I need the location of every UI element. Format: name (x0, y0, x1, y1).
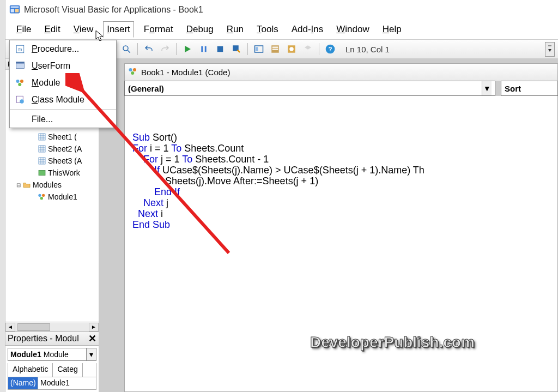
properties-object-type: Module (44, 350, 69, 359)
insert-menu-module[interactable]: Module (10, 74, 116, 91)
chevron-down-icon[interactable]: ▾ (86, 348, 96, 360)
cursor-icon (95, 30, 105, 42)
pause-icon[interactable] (197, 43, 210, 56)
menu-item-icon (13, 94, 27, 106)
insert-menu-dropdown: fnProcedure...UserFormModuleClass Module… (9, 40, 117, 128)
menu-run[interactable]: Run (223, 22, 247, 37)
menu-item-label: Class Module (32, 95, 84, 105)
svg-text:fn: fn (19, 47, 22, 52)
menu-item-label: Module (32, 78, 60, 88)
insert-menu-userform[interactable]: UserForm (10, 57, 116, 74)
tab-categorized[interactable]: Categ (53, 363, 82, 377)
svg-rect-22 (39, 134, 45, 140)
toolbar-dropdown-arrow[interactable] (545, 42, 555, 57)
svg-point-50 (18, 83, 21, 86)
svg-rect-7 (201, 46, 203, 52)
code-line: For i = 1 To Sheets.Count (132, 143, 557, 154)
svg-rect-3 (15, 9, 19, 12)
code-line: Next i (132, 208, 557, 219)
code-line: End Sub (132, 219, 557, 230)
tree-item-label: Sheet3 (A (48, 156, 82, 165)
menu-view[interactable]: View (70, 22, 97, 37)
scroll-left-arrow[interactable]: ◄ (5, 323, 15, 331)
menu-insert[interactable]: Insert (103, 21, 134, 38)
svg-point-41 (129, 68, 132, 71)
properties-tabs: Alphabetic Categ (8, 363, 96, 377)
help-icon[interactable]: ? (324, 43, 337, 56)
app-title: Microsoft Visual Basic for Applications … (24, 5, 203, 15)
tree-item[interactable]: Sheet3 (A (5, 155, 98, 167)
svg-marker-6 (185, 46, 191, 52)
properties-object-dropdown[interactable]: Module1 Module ▾ (8, 348, 96, 361)
code-line: For j = 1 To Sheets.Count - 1 (132, 154, 557, 165)
code-object-dropdown[interactable]: (General) ▾ (124, 81, 495, 96)
scroll-right-arrow[interactable]: ► (89, 323, 99, 331)
close-icon[interactable]: ✕ (88, 333, 96, 345)
svg-point-52 (20, 99, 24, 104)
redo-icon[interactable] (159, 43, 172, 56)
find-icon[interactable] (120, 43, 133, 56)
svg-point-39 (42, 194, 45, 197)
project-explorer-icon[interactable] (252, 43, 265, 56)
design-mode-icon[interactable] (230, 43, 243, 56)
svg-point-17 (289, 47, 294, 51)
svg-rect-9 (217, 46, 223, 52)
properties-window-icon[interactable] (269, 43, 282, 56)
svg-point-42 (133, 68, 136, 71)
menu-tools[interactable]: Tools (253, 22, 282, 37)
svg-marker-21 (548, 49, 551, 52)
undo-icon[interactable] (142, 43, 155, 56)
chevron-down-icon[interactable]: ▾ (482, 81, 492, 95)
properties-header: Properties - Modul ✕ (5, 331, 99, 346)
svg-point-38 (38, 194, 41, 197)
tree-item-label: ThisWork (48, 168, 80, 177)
menu-file[interactable]: File (13, 22, 34, 37)
tree-item[interactable]: ThisWork (5, 167, 98, 179)
menu-help[interactable]: Help (379, 22, 405, 37)
toolbox-icon[interactable] (301, 43, 314, 56)
menu-item-icon (13, 77, 27, 89)
menu-window[interactable]: Window (333, 22, 372, 37)
tree-item-icon (37, 144, 47, 154)
expand-collapse-icon[interactable]: ⊟ (15, 182, 22, 188)
menu-addins[interactable]: Add-Ins (288, 22, 327, 37)
object-browser-icon[interactable] (285, 43, 298, 56)
stop-icon[interactable] (214, 43, 227, 56)
tree-item[interactable]: Module1 (5, 191, 98, 203)
menu-debug[interactable]: Debug (183, 22, 217, 37)
menu-item-label: Procedure... (32, 44, 79, 54)
insert-menu-classmodule[interactable]: Class Module (10, 91, 116, 108)
insert-menu-file[interactable]: File... (10, 111, 116, 128)
run-icon[interactable] (181, 43, 194, 56)
insert-menu-procedure[interactable]: fnProcedure... (10, 40, 116, 57)
cursor-position-status: Ln 10, Col 1 (345, 45, 390, 54)
tree-item-label: Modules (33, 180, 62, 189)
menu-format[interactable]: Format (141, 22, 177, 37)
tab-alphabetic[interactable]: Alphabetic (8, 363, 53, 377)
svg-point-43 (131, 71, 134, 75)
svg-rect-27 (39, 146, 45, 152)
code-procedure-dropdown[interactable]: Sort (501, 81, 558, 96)
tree-item-label: Sheet1 ( (48, 132, 77, 141)
svg-rect-37 (39, 170, 45, 175)
scroll-thumb[interactable] (17, 323, 50, 331)
menu-edit[interactable]: Edit (41, 22, 63, 37)
code-window-icon (128, 67, 138, 78)
svg-rect-1 (11, 7, 19, 8)
vba-app-icon (9, 4, 21, 16)
scroll-track[interactable] (15, 323, 89, 331)
project-tree-hscroll[interactable]: ◄ ► (5, 322, 99, 331)
tree-item[interactable]: ⊟Modules (5, 179, 98, 191)
svg-rect-12 (256, 47, 258, 51)
code-line: Next j (132, 197, 557, 208)
code-editor[interactable]: DeveloperPublish.com Sub Sort()For i = 1… (124, 96, 558, 392)
property-value-cell[interactable]: Module1 (38, 377, 96, 389)
tree-item[interactable]: Sheet2 (A (5, 143, 98, 155)
property-name-cell[interactable]: (Name) (8, 377, 38, 389)
code-window-titlebar: Book1 - Module1 (Code) (124, 63, 558, 81)
menu-item-label: File... (32, 114, 53, 124)
menu-item-label: UserForm (32, 61, 70, 71)
tree-item-icon (37, 156, 47, 166)
tree-item[interactable]: Sheet1 ( (5, 131, 98, 143)
menu-item-icon (13, 60, 27, 72)
